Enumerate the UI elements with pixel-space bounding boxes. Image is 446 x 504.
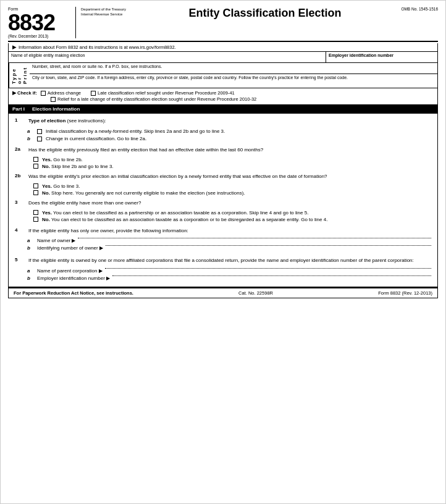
dept-line2: Internal Revenue Service xyxy=(81,12,143,17)
q5b-line xyxy=(112,275,431,276)
title-block: Entity Classification Election xyxy=(148,7,382,20)
checkbox-relief[interactable] xyxy=(51,97,56,102)
q5-text: If the eligible entity is owned by one o… xyxy=(28,258,414,263)
q4-text: If the eligible entity has only one owne… xyxy=(28,228,188,233)
part-i-label: Part I xyxy=(12,106,25,112)
q1-label: Type of election xyxy=(28,118,65,124)
checkbox-address[interactable] xyxy=(41,91,46,96)
city-field: City or town, state, and ZIP code. If a … xyxy=(30,74,437,88)
q1a-text: Initial classification by a newly-formed… xyxy=(46,128,225,134)
q4-row: 4 If the eligible entity has only one ow… xyxy=(15,227,431,234)
footer-right: Form 8832 (Rev. 12-2013) xyxy=(378,290,432,296)
ein-label: Employer identification number xyxy=(329,53,393,57)
q5a-row: a Name of parent corporation ▶ xyxy=(15,268,431,274)
q3-yes-checkbox[interactable] xyxy=(33,210,38,215)
q1-row: 1 Type of election (see instructions): xyxy=(15,117,431,124)
q4b-letter: b xyxy=(27,245,37,251)
dept-line1: Department of the Treasury xyxy=(81,7,143,12)
info-arrow: ▶ xyxy=(12,44,16,50)
entity-name-label: Name of eligible entity making election xyxy=(11,53,85,57)
ein-cell: Employer identification number xyxy=(326,52,437,62)
street-field: Number, street, and room or suite no. If… xyxy=(30,63,437,74)
q3-text: Does the eligible entity have more than … xyxy=(28,200,141,206)
q4b-row: b Identifying number of owner ▶ xyxy=(15,245,431,251)
q4-num: 4 xyxy=(15,227,28,234)
q1b-text: Change in current classification. Go to … xyxy=(46,136,146,141)
footer: For Paperwork Reduction Act Notice, see … xyxy=(8,287,438,298)
q2b-yes-line: Yes. Go to line 3. xyxy=(33,183,431,189)
q4a-row: a Name of owner ▶ xyxy=(15,238,431,243)
q2b-no-label: No. Stop here. You generally are not cur… xyxy=(42,190,245,196)
check-line-1: ▶ Check if: Address change Late classifi… xyxy=(12,90,434,96)
q1a-row: a Initial classification by a newly-form… xyxy=(15,128,431,134)
q2a-content: Has the eligible entity previously filed… xyxy=(28,146,431,153)
q4b-text: Identifying number of owner ▶ xyxy=(37,245,103,251)
entity-name-cell: Name of eligible entity making election xyxy=(9,52,326,62)
checkbox-late[interactable] xyxy=(91,91,96,96)
q2a-no-line: No. Skip line 2b and go to line 3. xyxy=(33,164,431,169)
info-text: Information about Form 8832 and its inst… xyxy=(19,44,176,50)
q2b-yes-no: Yes. Go to line 3. No. Stop here. You ge… xyxy=(33,183,431,196)
q5-row: 5 If the eligible entity is owned by one… xyxy=(15,257,431,264)
q3-yes-label: Yes. You can elect to be classified as a… xyxy=(42,210,308,216)
form-title: Entity Classification Election xyxy=(188,7,341,20)
omb-block: OMB No. 1545-1516 xyxy=(382,7,438,11)
form-number-block: Form 8832 (Rev. December 2013) xyxy=(8,7,76,38)
q1-label2: (see instructions): xyxy=(65,118,106,124)
entity-row: Name of eligible entity making election … xyxy=(8,52,438,63)
check-line-2: Relief for a late change of entity class… xyxy=(12,96,434,102)
form-page: Form 8832 (Rev. December 2013) Departmen… xyxy=(0,0,446,504)
q2b-yes-checkbox[interactable] xyxy=(33,183,38,188)
form-header: Form 8832 (Rev. December 2013) Departmen… xyxy=(8,7,438,42)
q3-no-label: No. You can elect to be classified as an… xyxy=(42,217,327,222)
q2b-no-line: No. Stop here. You generally are not cur… xyxy=(33,190,431,196)
q1a-checkbox[interactable] xyxy=(37,129,42,134)
street-label: Number, street, and room or suite no. If… xyxy=(32,64,162,69)
main-content: 1 Type of election (see instructions): a… xyxy=(8,114,438,287)
q2b-text: Was the eligible entity's prior election… xyxy=(28,174,327,179)
q1b-checkbox[interactable] xyxy=(37,136,42,141)
q2b-row: 2b Was the eligible entity's prior elect… xyxy=(15,173,431,180)
q2a-yes-no: Yes. Go to line 2b. No. Skip line 2b and… xyxy=(33,157,431,169)
address-fields: Number, street, and room or suite no. If… xyxy=(30,63,437,88)
q1-content: Type of election (see instructions): xyxy=(28,117,431,124)
q2a-text: Has the eligible entity previously filed… xyxy=(28,147,263,153)
form-number: 8832 xyxy=(8,12,70,34)
q2a-num: 2a xyxy=(15,146,28,153)
part-i-header: Part I Election Information xyxy=(8,105,438,114)
q2a-row: 2a Has the eligible entity previously fi… xyxy=(15,146,431,153)
check-if-label: ▶ Check if: xyxy=(12,90,37,96)
q5a-line xyxy=(105,268,431,269)
q5b-text: Employer identification number ▶ xyxy=(37,275,110,281)
q4-content: If the eligible entity has only one owne… xyxy=(28,227,431,234)
q2a-yes-line: Yes. Go to line 2b. xyxy=(33,157,431,162)
city-label: City or town, state, and ZIP code. If a … xyxy=(32,75,348,80)
q2b-yes-label: Yes. Go to line 3. xyxy=(42,183,80,189)
footer-left: For Paperwork Reduction Act Notice, see … xyxy=(14,290,133,296)
footer-center: Cat. No. 22598R xyxy=(238,290,273,296)
q2a-yes-label: Yes. Go to line 2b. xyxy=(42,157,83,162)
q2b-content: Was the eligible entity's prior election… xyxy=(28,173,431,180)
form-rev: (Rev. December 2013) xyxy=(8,34,70,38)
q2a-yes-checkbox[interactable] xyxy=(33,157,38,162)
q5-content: If the eligible entity is owned by one o… xyxy=(28,257,431,264)
q2b-no-checkbox[interactable] xyxy=(33,190,38,195)
omb-number: OMB No. 1545-1516 xyxy=(401,7,438,11)
address-section: TypeorPrint Number, street, and room or … xyxy=(8,63,438,88)
q3-no-checkbox[interactable] xyxy=(33,217,38,222)
type-print-label: TypeorPrint xyxy=(9,63,30,88)
q5b-letter: b xyxy=(27,275,37,281)
q5b-row: b Employer identification number ▶ xyxy=(15,275,431,281)
q1a-letter: a xyxy=(27,128,37,134)
part-i-title: Election Information xyxy=(32,106,80,112)
q4b-line xyxy=(106,245,431,246)
q3-yes-no: Yes. You can elect to be classified as a… xyxy=(33,210,431,222)
checkbox1-label: Address change xyxy=(48,90,81,96)
info-bar: ▶ Information about Form 8832 and its in… xyxy=(8,43,438,52)
q2b-num: 2b xyxy=(15,173,28,180)
q5a-letter: a xyxy=(27,268,37,274)
q3-num: 3 xyxy=(15,200,28,206)
q4a-letter: a xyxy=(27,238,37,243)
type-print-text: TypeorPrint xyxy=(11,67,28,84)
q2a-no-checkbox[interactable] xyxy=(33,164,38,169)
